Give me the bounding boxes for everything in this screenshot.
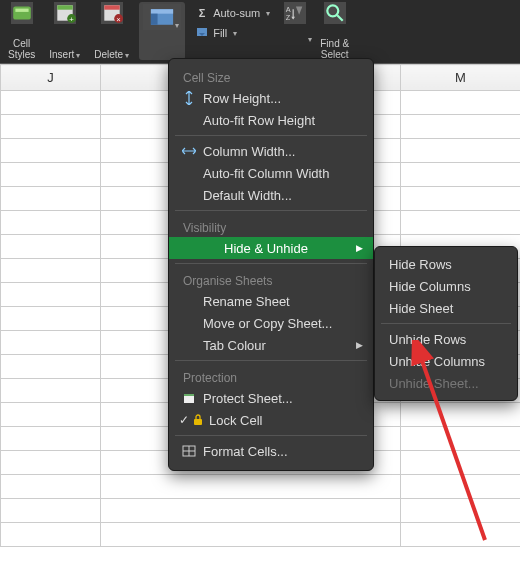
section-protection: Protection — [169, 365, 373, 387]
row-height-icon — [179, 91, 199, 105]
delete-button[interactable]: × Delete▾ — [90, 2, 133, 60]
menu-autofit-column[interactable]: Auto-fit Column Width — [169, 162, 373, 184]
svg-rect-3 — [57, 5, 72, 9]
delete-label: Delete — [94, 49, 123, 60]
svg-rect-12 — [151, 14, 158, 25]
insert-label: Insert — [49, 49, 74, 60]
format-dropdown-menu: Cell Size Row Height... Auto-fit Row Hei… — [168, 58, 374, 471]
section-cell-size: Cell Size — [169, 65, 373, 87]
ribbon: Cell Styles + Insert▾ × Delete▾ ▾ Σ Auto… — [0, 0, 520, 64]
hide-unhide-submenu: Hide Rows Hide Columns Hide Sheet Unhide… — [374, 246, 518, 401]
menu-item-label: Protect Sheet... — [203, 391, 293, 406]
menu-autofit-row[interactable]: Auto-fit Row Height — [169, 109, 373, 131]
fill-button[interactable]: Fill ▾ — [195, 24, 237, 42]
menu-hide-unhide[interactable]: Hide & Unhide ▶ — [169, 237, 373, 259]
svg-line-17 — [337, 15, 343, 21]
sigma-icon: Σ — [195, 6, 209, 20]
section-organise: Organise Sheets — [169, 268, 373, 290]
svg-rect-20 — [194, 419, 202, 425]
menu-item-label: Default Width... — [203, 188, 292, 203]
menu-move-copy-sheet[interactable]: Move or Copy Sheet... — [169, 312, 373, 334]
menu-item-label: Column Width... — [203, 144, 295, 159]
menu-item-label: Rename Sheet — [203, 294, 290, 309]
svg-rect-1 — [15, 9, 28, 12]
chevron-down-icon: ▾ — [308, 35, 312, 44]
svg-rect-11 — [151, 9, 173, 13]
check-icon: ✓ — [179, 413, 189, 427]
menu-protect-sheet[interactable]: Protect Sheet... — [169, 387, 373, 409]
chevron-right-icon: ▶ — [356, 340, 363, 350]
svg-rect-0 — [13, 6, 31, 19]
lock-icon — [191, 414, 205, 426]
column-header-j[interactable]: J — [1, 65, 101, 91]
table-row — [1, 475, 521, 499]
chevron-down-icon: ▾ — [266, 9, 270, 18]
column-width-icon — [179, 144, 199, 158]
chevron-right-icon: ▶ — [356, 243, 363, 253]
cell-styles-icon — [11, 2, 33, 24]
delete-icon: × — [101, 2, 123, 24]
menu-item-label: Tab Colour — [203, 338, 266, 353]
svg-rect-19 — [184, 394, 194, 396]
menu-item-label: Auto-fit Row Height — [203, 113, 315, 128]
chevron-down-icon: ▾ — [175, 21, 179, 30]
fill-label: Fill — [213, 27, 227, 39]
menu-row-height[interactable]: Row Height... — [169, 87, 373, 109]
submenu-hide-rows[interactable]: Hide Rows — [375, 253, 517, 275]
insert-icon: + — [54, 2, 76, 24]
menu-item-label: Row Height... — [203, 91, 281, 106]
menu-lock-cell[interactable]: ✓ Lock Cell — [169, 409, 373, 431]
svg-rect-7 — [104, 5, 119, 9]
protect-icon — [179, 391, 199, 405]
insert-button[interactable]: + Insert▾ — [45, 2, 84, 60]
section-visibility: Visibility — [169, 215, 373, 237]
submenu-hide-sheet[interactable]: Hide Sheet — [375, 297, 517, 319]
cell-styles-button[interactable]: Cell Styles — [4, 2, 39, 60]
autosum-button[interactable]: Σ Auto-sum ▾ — [195, 4, 270, 22]
submenu-unhide-columns[interactable]: Unhide Columns — [375, 350, 517, 372]
chevron-down-icon: ▾ — [233, 29, 237, 38]
cell-styles-label: Cell Styles — [8, 38, 35, 60]
sort-filter-icon: AZ — [284, 2, 306, 24]
find-select-label: Find & Select — [320, 38, 349, 60]
menu-rename-sheet[interactable]: Rename Sheet — [169, 290, 373, 312]
table-row — [1, 499, 521, 523]
format-button[interactable]: ▾ — [139, 2, 185, 60]
menu-default-width[interactable]: Default Width... — [169, 184, 373, 206]
chevron-down-icon: ▾ — [76, 51, 80, 60]
menu-format-cells[interactable]: Format Cells... — [169, 440, 373, 462]
menu-item-label: Move or Copy Sheet... — [203, 316, 332, 331]
submenu-unhide-sheet: Unhide Sheet... — [375, 372, 517, 394]
search-icon — [324, 2, 346, 24]
menu-tab-colour[interactable]: Tab Colour ▶ — [169, 334, 373, 356]
fill-icon — [195, 26, 209, 40]
menu-item-label: Hide & Unhide — [224, 241, 308, 256]
submenu-unhide-rows[interactable]: Unhide Rows — [375, 328, 517, 350]
table-row — [1, 523, 521, 547]
sort-filter-button[interactable]: AZ ▾ — [280, 2, 310, 60]
submenu-hide-columns[interactable]: Hide Columns — [375, 275, 517, 297]
chevron-down-icon: ▾ — [125, 51, 129, 60]
svg-text:Z: Z — [286, 13, 291, 22]
svg-point-16 — [327, 5, 338, 16]
menu-item-label: Format Cells... — [203, 444, 288, 459]
svg-text:+: + — [69, 15, 74, 24]
svg-text:×: × — [116, 15, 121, 24]
autosum-fill-group: Σ Auto-sum ▾ Fill ▾ — [191, 2, 274, 60]
format-icon — [148, 7, 176, 27]
menu-item-label: Lock Cell — [209, 413, 262, 428]
autosum-label: Auto-sum — [213, 7, 260, 19]
format-cells-icon — [179, 444, 199, 458]
menu-item-label: Auto-fit Column Width — [203, 166, 329, 181]
find-select-button[interactable]: Find & Select — [316, 2, 353, 60]
column-header-m[interactable]: M — [401, 65, 521, 91]
menu-column-width[interactable]: Column Width... — [169, 140, 373, 162]
